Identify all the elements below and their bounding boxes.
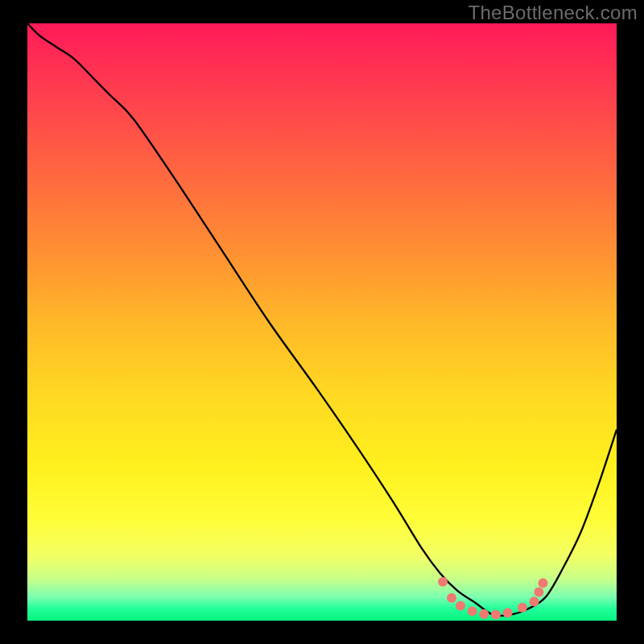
bottleneck-curve <box>27 23 617 616</box>
watermark-text: TheBottleneck.com <box>468 2 638 24</box>
curve-marker <box>438 577 448 587</box>
chart-svg <box>27 23 617 621</box>
curve-marker <box>491 610 501 620</box>
curve-marker <box>518 603 527 613</box>
plot-area <box>27 23 617 621</box>
curve-marker <box>539 578 548 588</box>
curve-marker <box>447 593 456 603</box>
curve-marker <box>479 609 489 619</box>
curve-marker <box>468 606 477 616</box>
curve-marker <box>534 587 543 597</box>
chart-frame: TheBottleneck.com <box>0 0 644 644</box>
curve-marker <box>456 601 465 610</box>
curve-marker <box>530 597 539 606</box>
curve-marker <box>503 608 513 617</box>
curve-markers <box>438 577 547 620</box>
